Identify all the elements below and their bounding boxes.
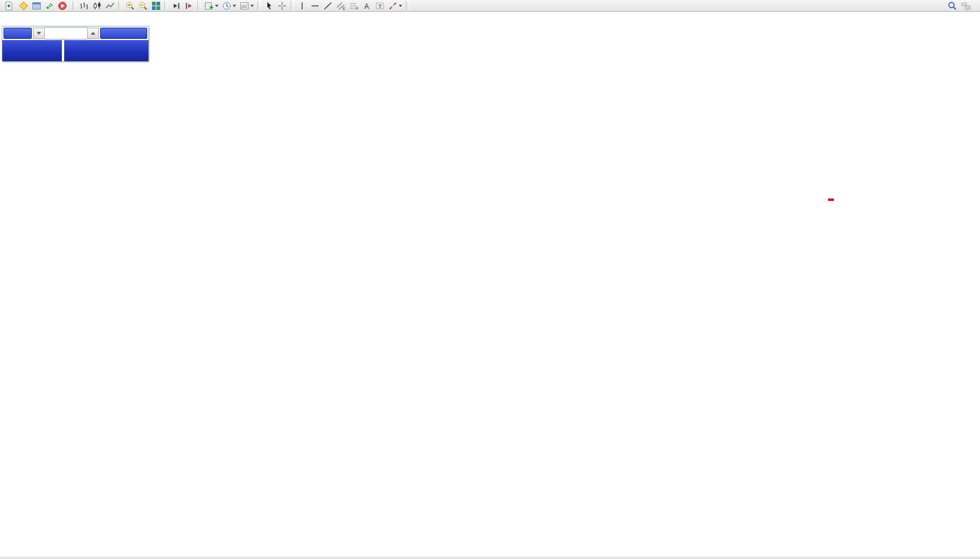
mt4-window: E F A T xyxy=(0,0,980,559)
volume-increase-button[interactable] xyxy=(87,28,99,39)
one-click-trading-panel xyxy=(2,26,149,62)
chart-title xyxy=(4,14,9,21)
triangle-up-icon xyxy=(91,32,95,35)
buy-price[interactable] xyxy=(64,40,148,61)
triangle-down-icon xyxy=(37,32,41,35)
volume-stepper xyxy=(33,28,99,39)
buy-button[interactable] xyxy=(100,28,147,39)
window-bottom-edge xyxy=(0,557,980,559)
sell-button[interactable] xyxy=(4,28,32,39)
price-tag-annotation[interactable] xyxy=(828,199,834,201)
chart-canvas[interactable] xyxy=(0,0,980,559)
volume-input[interactable] xyxy=(45,27,87,39)
sell-price[interactable] xyxy=(2,40,62,61)
volume-decrease-button[interactable] xyxy=(33,28,45,39)
